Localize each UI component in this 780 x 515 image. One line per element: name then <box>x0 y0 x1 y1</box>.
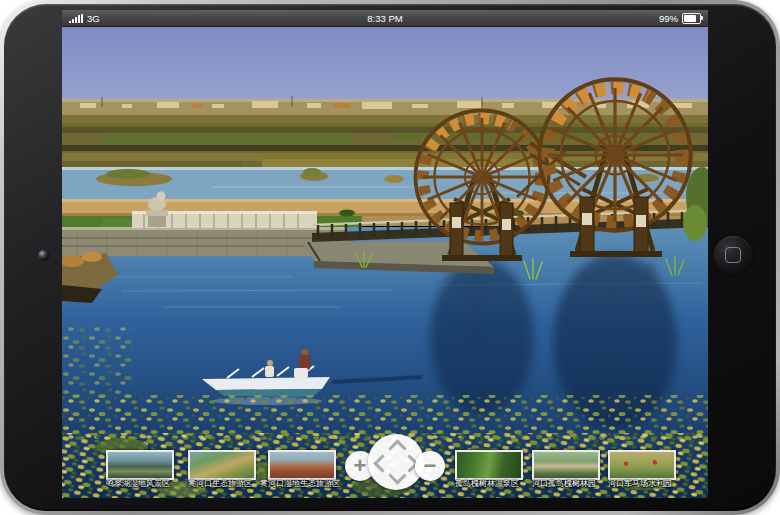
battery-percent-label: 99% <box>659 13 678 24</box>
home-button-icon <box>725 247 741 263</box>
front-camera-icon <box>38 250 49 261</box>
home-button[interactable] <box>714 236 752 274</box>
thumbnail-3[interactable] <box>268 450 336 480</box>
plus-icon: + <box>354 455 367 477</box>
status-left: 3G <box>69 13 100 24</box>
device-frame: 3G 8:33 PM 99% <box>0 0 780 515</box>
tablet-device: 3G 8:33 PM 99% <box>0 0 780 515</box>
dpad-left-icon <box>373 454 391 472</box>
status-right: 99% <box>659 13 701 24</box>
thumbnail-6[interactable] <box>608 450 676 480</box>
thumbnail-5[interactable] <box>532 450 600 480</box>
status-bar: 3G 8:33 PM 99% <box>62 10 708 27</box>
photo-canvas[interactable] <box>62 27 708 498</box>
thumbnail-4[interactable] <box>455 450 523 480</box>
minus-icon: − <box>424 455 437 477</box>
signal-strength-icon <box>69 14 83 23</box>
thumbnail-1[interactable] <box>106 450 174 480</box>
distant-town <box>62 96 708 117</box>
dpad-up-icon <box>388 439 406 457</box>
thumbnail-2[interactable] <box>188 450 256 480</box>
screen: 3G 8:33 PM 99% <box>62 10 708 498</box>
carrier-label: 3G <box>87 13 100 24</box>
battery-icon <box>682 13 701 24</box>
dpad-down-icon <box>388 466 406 484</box>
clock-label: 8:33 PM <box>62 13 708 24</box>
zoom-out-button[interactable]: − <box>415 451 445 481</box>
